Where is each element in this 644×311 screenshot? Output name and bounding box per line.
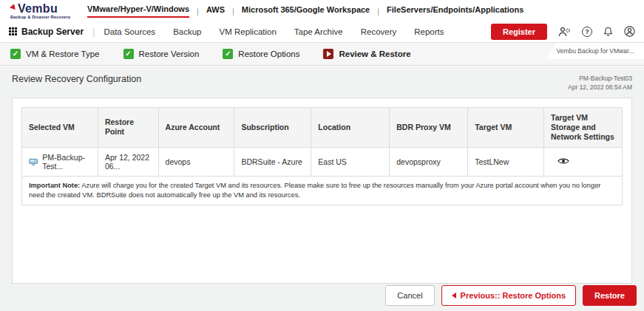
page-title: Review Recovery Configuration <box>12 74 141 84</box>
page-header: Review Recovery Configuration PM-Backup-… <box>0 66 644 98</box>
grid-icon <box>9 27 17 35</box>
nav-separator: | <box>232 7 234 16</box>
table-row: PM-Backup-Test... Apr 12, 2022 06... dev… <box>22 148 623 177</box>
backup-server-label: Backup Server <box>21 27 84 37</box>
header-target-vm: Target VM <box>468 107 544 147</box>
footer-actions: Cancel Previous:: Restore Options Restor… <box>385 285 637 306</box>
cancel-button[interactable]: Cancel <box>385 285 434 306</box>
cell-selected-vm: PM-Backup-Test... <box>22 148 98 177</box>
cell-subscription: BDRSuite - Azure <box>234 148 311 177</box>
important-note-text: Azure will charge you for the created Ta… <box>29 182 600 199</box>
backup-job-name: PM-Backup-Test03 <box>568 74 632 83</box>
selected-vm-name: PM-Backup-Test... <box>42 153 91 171</box>
context-tab-vembu-backup[interactable]: Vembu Backup for VMwar... <box>546 43 644 59</box>
main-nav-bar: Backup Server | Data Sources Backup VM R… <box>0 21 644 43</box>
header-azure-account: Azure Account <box>158 107 234 147</box>
cell-azure-account: devops <box>158 148 234 177</box>
cell-restore-point: Apr 12, 2022 06... <box>98 148 158 177</box>
product-tab-m365-gws[interactable]: Microsoft 365/Google Workspace <box>242 5 370 17</box>
wizard-steps-bar: ✓ VM & Restore Type ✓ Restore Version ✓ … <box>0 43 644 66</box>
cell-location: East US <box>311 148 390 177</box>
previous-button[interactable]: Previous:: Restore Options <box>441 285 576 306</box>
user-account-icon[interactable] <box>624 26 635 37</box>
notifications-bell-icon[interactable] <box>603 27 613 37</box>
important-note: Important Note: Azure will charge you fo… <box>22 177 623 205</box>
nav-item-recovery[interactable]: Recovery <box>361 27 397 36</box>
content-area: Review Recovery Configuration PM-Backup-… <box>0 66 644 311</box>
review-card: Selected VM Restore Point Azure Account … <box>12 98 632 284</box>
step-label: Restore Options <box>238 49 299 58</box>
logo-text: Vembu <box>18 3 58 15</box>
wizard-step-vm-restore-type[interactable]: ✓ VM & Restore Type <box>10 49 100 59</box>
register-button[interactable]: Register <box>491 24 547 40</box>
logo-tagline: Backup & Disaster Recovery <box>10 16 78 20</box>
main-nav-items: Data Sources Backup VM Replication Tape … <box>104 27 444 36</box>
previous-arrow-icon <box>452 293 456 298</box>
nav-item-reports[interactable]: Reports <box>414 27 444 36</box>
wizard-step-review-restore[interactable]: Review & Restore <box>323 49 410 59</box>
table-header-row: Selected VM Restore Point Azure Account … <box>22 107 623 147</box>
step-complete-check-icon: ✓ <box>123 49 134 59</box>
product-tab-fileservers[interactable]: FileServers/Endpoints/Applications <box>387 5 523 17</box>
top-bar: Vembu Backup & Disaster Recovery VMware/… <box>0 0 644 21</box>
step-label: VM & Restore Type <box>26 49 100 58</box>
view-settings-eye-icon[interactable] <box>557 157 569 165</box>
header-location: Location <box>311 107 390 147</box>
note-row: Important Note: Azure will charge you fo… <box>22 177 623 205</box>
backup-job-meta: PM-Backup-Test03 Apr 12, 2022 06:54 AM <box>568 74 632 92</box>
nav-item-data-sources[interactable]: Data Sources <box>104 27 155 36</box>
step-complete-check-icon: ✓ <box>223 49 233 59</box>
restore-button[interactable]: Restore <box>583 285 637 306</box>
step-label: Review & Restore <box>339 49 410 58</box>
vm-icon <box>29 157 38 167</box>
header-restore-point: Restore Point <box>98 107 158 147</box>
nav-separator: | <box>92 26 95 37</box>
user-management-icon[interactable] <box>558 27 571 37</box>
header-bdr-proxy-vm: BDR Proxy VM <box>390 107 468 147</box>
header-subscription: Subscription <box>234 107 311 147</box>
review-table: Selected VM Restore Point Azure Account … <box>21 107 623 205</box>
nav-item-tape-archive[interactable]: Tape Archive <box>294 27 343 36</box>
backup-job-timestamp: Apr 12, 2022 06:54 AM <box>568 83 632 92</box>
product-nav: VMware/Hyper-V/Windows | AWS | Microsoft… <box>87 4 523 18</box>
nav-separator: | <box>197 7 199 16</box>
important-note-label: Important Note: <box>29 182 80 189</box>
header-selected-vm: Selected VM <box>22 107 98 147</box>
product-tab-vmware[interactable]: VMware/Hyper-V/Windows <box>87 4 189 18</box>
vembu-logo[interactable]: Vembu Backup & Disaster Recovery <box>10 3 78 20</box>
wizard-step-restore-version[interactable]: ✓ Restore Version <box>123 49 200 59</box>
previous-button-label: Previous:: Restore Options <box>461 291 566 300</box>
step-current-play-icon <box>323 49 333 59</box>
product-tab-aws[interactable]: AWS <box>206 5 225 17</box>
nav-actions: Register ? <box>491 24 635 40</box>
help-icon[interactable]: ? <box>582 27 592 37</box>
step-label: Restore Version <box>139 49 200 58</box>
logo-flame-icon <box>10 3 17 10</box>
cell-target-vm: TestLNew <box>468 148 544 177</box>
nav-separator: | <box>377 7 379 16</box>
cell-storage-network-settings <box>544 148 623 177</box>
cell-bdr-proxy-vm: devopsproxy <box>390 148 468 177</box>
wizard-step-restore-options[interactable]: ✓ Restore Options <box>223 49 299 59</box>
header-target-vm-storage: Target VM Storage and Network Settings <box>544 107 623 147</box>
backup-server-menu[interactable]: Backup Server <box>9 27 84 37</box>
step-complete-check-icon: ✓ <box>10 49 21 59</box>
nav-item-backup[interactable]: Backup <box>173 27 201 36</box>
nav-item-vm-replication[interactable]: VM Replication <box>219 27 276 36</box>
